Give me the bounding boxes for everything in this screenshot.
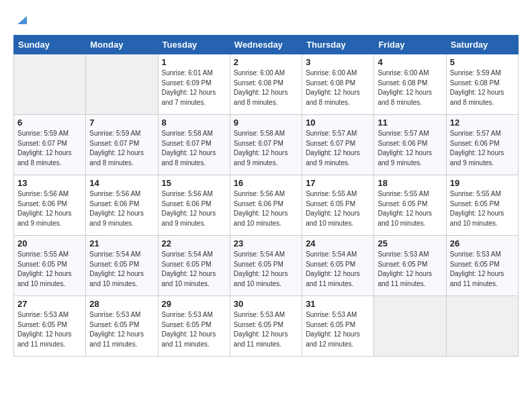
- calendar-cell: 6 Sunrise: 5:59 AMSunset: 6:07 PMDayligh…: [14, 115, 86, 175]
- calendar-cell: 7 Sunrise: 5:59 AMSunset: 6:07 PMDayligh…: [86, 115, 158, 175]
- calendar-cell: 8 Sunrise: 5:58 AMSunset: 6:07 PMDayligh…: [158, 115, 230, 175]
- day-number: 22: [162, 238, 226, 248]
- day-number: 21: [89, 238, 154, 248]
- weekday-header-sunday: Sunday: [14, 36, 86, 54]
- day-number: 10: [306, 118, 370, 128]
- cell-info: Sunrise: 6:01 AMSunset: 6:09 PMDaylight:…: [162, 68, 226, 107]
- calendar-cell: 13 Sunrise: 5:56 AMSunset: 6:06 PMDaylig…: [14, 175, 86, 236]
- day-number: 19: [450, 178, 515, 188]
- cell-info: Sunrise: 5:54 AMSunset: 6:05 PMDaylight:…: [162, 250, 226, 289]
- day-number: 18: [378, 178, 442, 188]
- calendar-cell: 3 Sunrise: 6:00 AMSunset: 6:08 PMDayligh…: [302, 54, 374, 115]
- cell-info: Sunrise: 5:53 AMSunset: 6:05 PMDaylight:…: [89, 310, 154, 349]
- calendar-cell: 1 Sunrise: 6:01 AMSunset: 6:09 PMDayligh…: [158, 54, 230, 115]
- calendar-cell: 20 Sunrise: 5:55 AMSunset: 6:05 PMDaylig…: [14, 236, 86, 296]
- cell-info: Sunrise: 6:00 AMSunset: 6:08 PMDaylight:…: [234, 68, 298, 107]
- weekday-header-tuesday: Tuesday: [158, 36, 230, 54]
- calendar-cell: 28 Sunrise: 5:53 AMSunset: 6:05 PMDaylig…: [86, 296, 158, 357]
- calendar-week-1: 1 Sunrise: 6:01 AMSunset: 6:09 PMDayligh…: [14, 54, 519, 115]
- calendar-cell: 23 Sunrise: 5:54 AMSunset: 6:05 PMDaylig…: [230, 236, 302, 296]
- day-number: 9: [234, 118, 298, 128]
- calendar-cell: 17 Sunrise: 5:55 AMSunset: 6:05 PMDaylig…: [302, 175, 374, 236]
- cell-info: Sunrise: 5:56 AMSunset: 6:06 PMDaylight:…: [17, 189, 82, 228]
- page-header: [13, 13, 519, 24]
- day-number: 24: [306, 238, 370, 248]
- day-number: 1: [162, 57, 226, 67]
- cell-info: Sunrise: 5:57 AMSunset: 6:07 PMDaylight:…: [306, 129, 370, 168]
- calendar-cell: 31 Sunrise: 5:53 AMSunset: 6:05 PMDaylig…: [302, 296, 374, 357]
- calendar-week-2: 6 Sunrise: 5:59 AMSunset: 6:07 PMDayligh…: [14, 115, 519, 175]
- logo: [13, 13, 30, 24]
- day-number: 8: [162, 118, 226, 128]
- cell-info: Sunrise: 5:56 AMSunset: 6:06 PMDaylight:…: [234, 189, 298, 228]
- cell-info: Sunrise: 5:55 AMSunset: 6:05 PMDaylight:…: [306, 189, 370, 228]
- calendar-table: SundayMondayTuesdayWednesdayThursdayFrid…: [13, 35, 519, 357]
- day-number: 26: [450, 238, 515, 248]
- calendar-cell: 10 Sunrise: 5:57 AMSunset: 6:07 PMDaylig…: [302, 115, 374, 175]
- cell-info: Sunrise: 5:53 AMSunset: 6:05 PMDaylight:…: [234, 310, 298, 349]
- weekday-header-friday: Friday: [374, 36, 446, 54]
- day-number: 5: [450, 57, 515, 67]
- calendar-cell: [86, 54, 158, 115]
- calendar-cell: 15 Sunrise: 5:56 AMSunset: 6:06 PMDaylig…: [158, 175, 230, 236]
- calendar-cell: 29 Sunrise: 5:53 AMSunset: 6:05 PMDaylig…: [158, 296, 230, 357]
- cell-info: Sunrise: 6:00 AMSunset: 6:08 PMDaylight:…: [306, 68, 370, 107]
- logo-icon: [15, 12, 30, 27]
- day-number: 20: [17, 238, 82, 248]
- cell-info: Sunrise: 5:59 AMSunset: 6:07 PMDaylight:…: [89, 129, 154, 168]
- cell-info: Sunrise: 5:55 AMSunset: 6:05 PMDaylight:…: [17, 250, 82, 289]
- calendar-cell: 27 Sunrise: 5:53 AMSunset: 6:05 PMDaylig…: [14, 296, 86, 357]
- day-number: 30: [234, 299, 298, 309]
- day-number: 11: [378, 118, 442, 128]
- cell-info: Sunrise: 5:58 AMSunset: 6:07 PMDaylight:…: [162, 129, 226, 168]
- day-number: 17: [306, 178, 370, 188]
- calendar-cell: 26 Sunrise: 5:53 AMSunset: 6:05 PMDaylig…: [446, 236, 518, 296]
- cell-info: Sunrise: 5:53 AMSunset: 6:05 PMDaylight:…: [17, 310, 82, 349]
- calendar-cell: 18 Sunrise: 5:55 AMSunset: 6:05 PMDaylig…: [374, 175, 446, 236]
- weekday-header-row: SundayMondayTuesdayWednesdayThursdayFrid…: [14, 36, 519, 54]
- cell-info: Sunrise: 5:54 AMSunset: 6:05 PMDaylight:…: [234, 250, 298, 289]
- cell-info: Sunrise: 5:53 AMSunset: 6:05 PMDaylight:…: [162, 310, 226, 349]
- day-number: 14: [89, 178, 154, 188]
- cell-info: Sunrise: 5:53 AMSunset: 6:05 PMDaylight:…: [378, 250, 442, 289]
- calendar-cell: 12 Sunrise: 5:57 AMSunset: 6:06 PMDaylig…: [446, 115, 518, 175]
- calendar-cell: [446, 296, 518, 357]
- cell-info: Sunrise: 5:53 AMSunset: 6:05 PMDaylight:…: [450, 250, 515, 289]
- cell-info: Sunrise: 5:58 AMSunset: 6:07 PMDaylight:…: [234, 129, 298, 168]
- svg-marker-0: [17, 16, 27, 24]
- day-number: 6: [17, 118, 82, 128]
- cell-info: Sunrise: 5:56 AMSunset: 6:06 PMDaylight:…: [89, 189, 154, 228]
- calendar-week-3: 13 Sunrise: 5:56 AMSunset: 6:06 PMDaylig…: [14, 175, 519, 236]
- cell-info: Sunrise: 6:00 AMSunset: 6:08 PMDaylight:…: [378, 68, 442, 107]
- cell-info: Sunrise: 5:53 AMSunset: 6:05 PMDaylight:…: [306, 310, 370, 349]
- day-number: 4: [378, 57, 442, 67]
- calendar-cell: 24 Sunrise: 5:54 AMSunset: 6:05 PMDaylig…: [302, 236, 374, 296]
- day-number: 12: [450, 118, 515, 128]
- day-number: 3: [306, 57, 370, 67]
- calendar-cell: 2 Sunrise: 6:00 AMSunset: 6:08 PMDayligh…: [230, 54, 302, 115]
- calendar-cell: 5 Sunrise: 5:59 AMSunset: 6:08 PMDayligh…: [446, 54, 518, 115]
- day-number: 27: [17, 299, 82, 309]
- day-number: 31: [306, 299, 370, 309]
- weekday-header-saturday: Saturday: [446, 36, 518, 54]
- day-number: 29: [162, 299, 226, 309]
- cell-info: Sunrise: 5:54 AMSunset: 6:05 PMDaylight:…: [89, 250, 154, 289]
- cell-info: Sunrise: 5:59 AMSunset: 6:08 PMDaylight:…: [450, 68, 515, 107]
- day-number: 25: [378, 238, 442, 248]
- calendar-cell: 9 Sunrise: 5:58 AMSunset: 6:07 PMDayligh…: [230, 115, 302, 175]
- cell-info: Sunrise: 5:56 AMSunset: 6:06 PMDaylight:…: [162, 189, 226, 228]
- calendar-cell: 16 Sunrise: 5:56 AMSunset: 6:06 PMDaylig…: [230, 175, 302, 236]
- day-number: 23: [234, 238, 298, 248]
- cell-info: Sunrise: 5:57 AMSunset: 6:06 PMDaylight:…: [450, 129, 515, 168]
- calendar-week-4: 20 Sunrise: 5:55 AMSunset: 6:05 PMDaylig…: [14, 236, 519, 296]
- weekday-header-monday: Monday: [86, 36, 158, 54]
- calendar-week-5: 27 Sunrise: 5:53 AMSunset: 6:05 PMDaylig…: [14, 296, 519, 357]
- calendar-cell: 4 Sunrise: 6:00 AMSunset: 6:08 PMDayligh…: [374, 54, 446, 115]
- weekday-header-wednesday: Wednesday: [230, 36, 302, 54]
- calendar-cell: 14 Sunrise: 5:56 AMSunset: 6:06 PMDaylig…: [86, 175, 158, 236]
- calendar-cell: 22 Sunrise: 5:54 AMSunset: 6:05 PMDaylig…: [158, 236, 230, 296]
- day-number: 7: [89, 118, 154, 128]
- calendar-cell: 21 Sunrise: 5:54 AMSunset: 6:05 PMDaylig…: [86, 236, 158, 296]
- day-number: 2: [234, 57, 298, 67]
- calendar-cell: [14, 54, 86, 115]
